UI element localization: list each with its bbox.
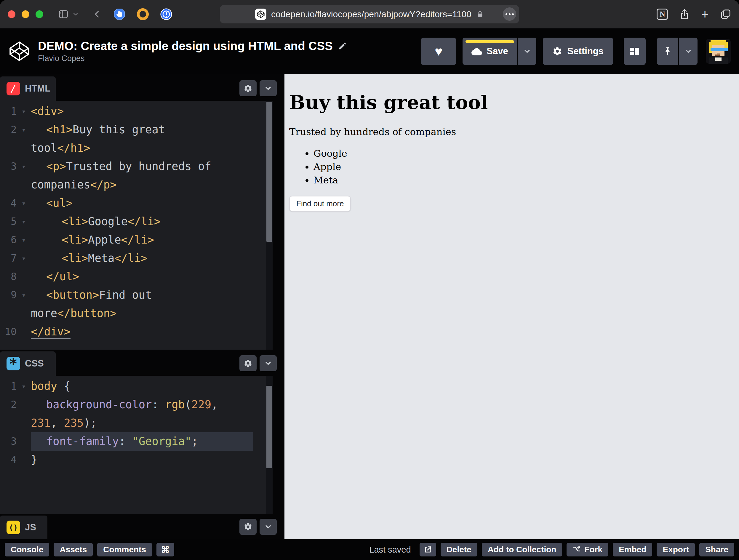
change-view-button[interactable] <box>624 38 646 65</box>
fold-arrow-icon[interactable]: ▾ <box>17 213 31 231</box>
delete-button[interactable]: Delete <box>441 543 477 556</box>
code-row[interactable]: 1▾<div> <box>0 102 273 121</box>
code-row[interactable]: 3▾<p>Trusted by hundreds of <box>0 157 273 176</box>
open-live-view-button[interactable] <box>420 543 436 556</box>
close-window-button[interactable] <box>8 10 15 18</box>
new-tab-icon[interactable]: + <box>701 8 709 20</box>
code-row[interactable]: 5▾<li>Google</li> <box>0 213 273 231</box>
pen-author[interactable]: Flavio Copes <box>38 54 347 62</box>
code-line[interactable]: } <box>31 451 37 469</box>
code-row[interactable]: 8</ul> <box>0 268 273 286</box>
code-line[interactable]: <div> <box>31 102 64 121</box>
comments-button[interactable]: Comments <box>97 543 152 556</box>
code-row[interactable]: 9▾<button>Find out <box>0 286 273 304</box>
code-line[interactable]: 231, 235); <box>31 414 97 432</box>
save-options-button[interactable] <box>518 38 536 65</box>
code-line[interactable]: <li>Google</li> <box>31 213 161 231</box>
code-line[interactable]: <li>Meta</li> <box>31 249 148 268</box>
share-button[interactable]: Share <box>699 543 734 556</box>
sidebar-toggle-icon[interactable] <box>57 9 69 20</box>
code-row[interactable]: 7▾<li>Meta</li> <box>0 249 273 268</box>
tab-js[interactable]: () JS <box>0 516 47 539</box>
address-bar[interactable]: codepen.io/flaviocopes/pen/abjpowY?edito… <box>220 5 519 23</box>
code-line[interactable]: <ul> <box>31 194 72 213</box>
code-row[interactable]: 10</div> <box>0 323 273 341</box>
find-out-more-button[interactable]: Find out more <box>289 196 351 212</box>
chevron-down-icon <box>264 84 272 93</box>
fold-arrow-icon[interactable]: ▾ <box>17 377 31 396</box>
code-row[interactable]: more</button> <box>0 304 273 323</box>
ring-extension-icon[interactable] <box>137 8 149 20</box>
css-collapse-button[interactable] <box>260 355 277 371</box>
code-line[interactable]: background-color: rgb(229, <box>31 396 218 414</box>
code-line[interactable]: <h1>Buy this great <box>31 121 165 139</box>
code-line[interactable]: <li>Apple</li> <box>31 231 154 249</box>
back-button-icon[interactable] <box>93 9 102 19</box>
tab-overview-icon[interactable] <box>720 9 731 20</box>
edit-title-icon[interactable] <box>338 41 347 50</box>
sidebar-chevron-icon[interactable] <box>72 11 79 17</box>
console-button[interactable]: Console <box>5 543 49 556</box>
code-row[interactable]: 2▾<h1>Buy this great <box>0 121 273 139</box>
stop-hand-extension-icon[interactable] <box>113 8 126 20</box>
tab-html[interactable]: / HTML <box>0 77 56 101</box>
password-manager-extension-icon[interactable] <box>160 8 172 20</box>
code-row[interactable]: 6▾<li>Apple</li> <box>0 231 273 249</box>
code-row[interactable]: 4▾<ul> <box>0 194 273 213</box>
code-row[interactable]: 4} <box>0 451 273 469</box>
code-line[interactable]: <button>Find out <box>31 286 152 304</box>
code-line[interactable]: </div> <box>31 323 70 341</box>
pin-button[interactable] <box>657 38 678 65</box>
js-settings-button[interactable] <box>240 519 257 535</box>
fold-arrow-icon[interactable]: ▾ <box>17 249 31 268</box>
fold-arrow-icon[interactable]: ▾ <box>17 102 31 121</box>
fold-arrow-icon[interactable]: ▾ <box>17 121 31 139</box>
code-row[interactable]: 1▾body { <box>0 377 273 396</box>
add-to-collection-button[interactable]: Add to Collection <box>482 543 562 556</box>
code-row[interactable]: companies</p> <box>0 176 273 194</box>
css-settings-button[interactable] <box>240 355 257 371</box>
html-code-editor[interactable]: 1▾<div>2▾<h1>Buy this greattool</h1>3▾<p… <box>0 101 273 349</box>
export-button[interactable]: Export <box>656 543 695 556</box>
share-icon[interactable] <box>679 8 690 20</box>
embed-button[interactable]: Embed <box>613 543 652 556</box>
line-number: 2 <box>0 121 17 139</box>
shortcuts-button[interactable]: ⌘ <box>156 543 174 556</box>
code-line[interactable]: companies</p> <box>31 176 117 194</box>
code-line[interactable]: <p>Trusted by hundreds of <box>31 157 211 176</box>
save-button[interactable]: Save <box>462 38 517 65</box>
settings-button[interactable]: Settings <box>543 38 613 65</box>
fold-arrow-icon[interactable]: ▾ <box>17 286 31 304</box>
code-row[interactable]: 231, 235); <box>0 414 273 432</box>
like-button[interactable]: ♥ <box>421 38 456 65</box>
fork-button[interactable]: Fork <box>567 543 608 556</box>
zoom-window-button[interactable] <box>35 10 43 18</box>
code-line[interactable]: tool</h1> <box>31 139 91 157</box>
pin-options-button[interactable] <box>679 38 698 65</box>
avatar[interactable] <box>706 39 731 64</box>
code-row[interactable]: tool</h1> <box>0 139 273 157</box>
page-menu-button[interactable] <box>503 7 516 21</box>
code-line[interactable]: body { <box>31 377 70 396</box>
html-icon: / <box>7 82 20 96</box>
code-line[interactable]: font-family: "Georgia"; <box>31 432 253 451</box>
css-code-editor[interactable]: 1▾body {2background-color: rgb(229,231, … <box>0 376 273 514</box>
minimize-window-button[interactable] <box>22 10 29 18</box>
assets-button[interactable]: Assets <box>54 543 93 556</box>
js-collapse-button[interactable] <box>260 519 277 535</box>
pin-icon <box>663 46 672 56</box>
fold-arrow-icon[interactable]: ▾ <box>17 194 31 213</box>
notion-extension-icon[interactable]: N <box>656 9 668 20</box>
fold-arrow-icon[interactable]: ▾ <box>17 231 31 249</box>
html-settings-button[interactable] <box>240 80 257 96</box>
code-line[interactable]: more</button> <box>31 304 117 323</box>
code-row[interactable]: 2background-color: rgb(229, <box>0 396 273 414</box>
html-collapse-button[interactable] <box>260 80 277 96</box>
code-row[interactable]: 3font-family: "Georgia"; <box>0 432 273 451</box>
css-scrollbar-thumb[interactable] <box>266 386 272 468</box>
codepen-logo[interactable] <box>8 40 30 62</box>
code-line[interactable]: </ul> <box>31 268 79 286</box>
tab-css[interactable]: * CSS <box>0 352 56 376</box>
html-scrollbar-thumb[interactable] <box>266 102 272 242</box>
fold-arrow-icon[interactable]: ▾ <box>17 157 31 176</box>
